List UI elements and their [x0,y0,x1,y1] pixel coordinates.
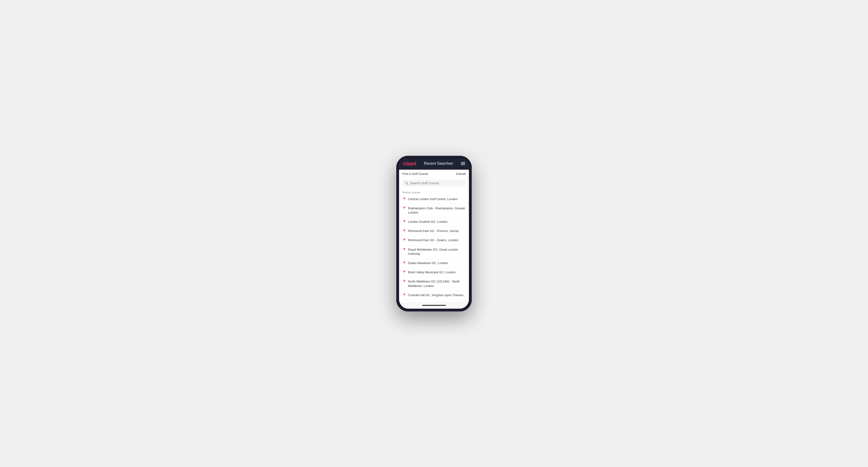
phone-screen: clippd Recent Searches Find a Golf Cours… [399,159,469,309]
menu-button[interactable] [461,162,465,165]
app-logo: clippd [403,161,416,166]
course-name: London Scottish GC, London [408,220,447,224]
search-icon: 🔍 [405,181,408,185]
cancel-button[interactable]: Cancel [456,172,466,176]
location-icon: 📍 [402,293,406,297]
list-item[interactable]: 📍 London Scottish GC, London [399,217,469,226]
search-input-wrapper[interactable]: 🔍 [402,180,466,187]
list-item[interactable]: 📍 Richmond Park GC - Prince's, Surrey [399,226,469,236]
list-item[interactable]: 📍 Royal Wimbledon GC, Great London Autho… [399,245,469,259]
nearby-section-label: Nearby courses [399,189,469,195]
location-icon: 📍 [402,220,406,223]
main-content: Find a Golf Course Cancel 🔍 Nearby cours… [399,170,469,309]
location-icon: 📍 [402,248,406,251]
course-name: Richmond Park GC - Duke's, London [408,238,458,242]
find-label: Find a Golf Course [402,172,428,176]
list-item[interactable]: 📍 Coombe Hill GC, Kingston upon Thames [399,291,469,300]
header-title: Recent Searches [424,161,453,166]
course-name: Dukes Meadows GC, London [408,261,448,265]
location-icon: 📍 [402,197,406,201]
course-name: Central London Golf Centre, London [408,197,458,201]
location-icon: 📍 [402,271,406,274]
home-indicator [399,302,469,309]
find-bar: Find a Golf Course Cancel [399,170,469,178]
course-list: 📍 Central London Golf Centre, London 📍 R… [399,195,469,302]
list-item[interactable]: 📍 Dukes Meadows GC, London [399,259,469,268]
location-icon: 📍 [402,238,406,242]
app-header: clippd Recent Searches [399,159,469,170]
search-box: 🔍 [399,178,469,189]
search-input[interactable] [410,181,463,185]
phone-frame: clippd Recent Searches Find a Golf Cours… [396,156,472,311]
location-icon: 📍 [402,229,406,233]
location-icon: 📍 [402,280,406,283]
location-icon: 📍 [402,261,406,265]
course-name: North Middlesex GC (1011942 - North Midd… [408,279,466,288]
list-item[interactable]: 📍 Brent Valley Municipal GC, London [399,268,469,277]
course-name: Richmond Park GC - Prince's, Surrey [408,229,459,233]
home-bar [422,305,446,306]
course-name: Royal Wimbledon GC, Great London Authori… [408,248,466,256]
course-name: Coombe Hill GC, Kingston upon Thames [408,293,464,297]
course-name: Roehampton Club - Roehampton, Greater Lo… [408,206,466,215]
list-item[interactable]: 📍 Central London Golf Centre, London [399,195,469,204]
list-item[interactable]: 📍 North Middlesex GC (1011942 - North Mi… [399,277,469,290]
course-name: Brent Valley Municipal GC, London [408,270,456,275]
list-item[interactable]: 📍 Richmond Park GC - Duke's, London [399,236,469,245]
list-item[interactable]: 📍 Roehampton Club - Roehampton, Greater … [399,204,469,217]
location-icon: 📍 [402,207,406,210]
